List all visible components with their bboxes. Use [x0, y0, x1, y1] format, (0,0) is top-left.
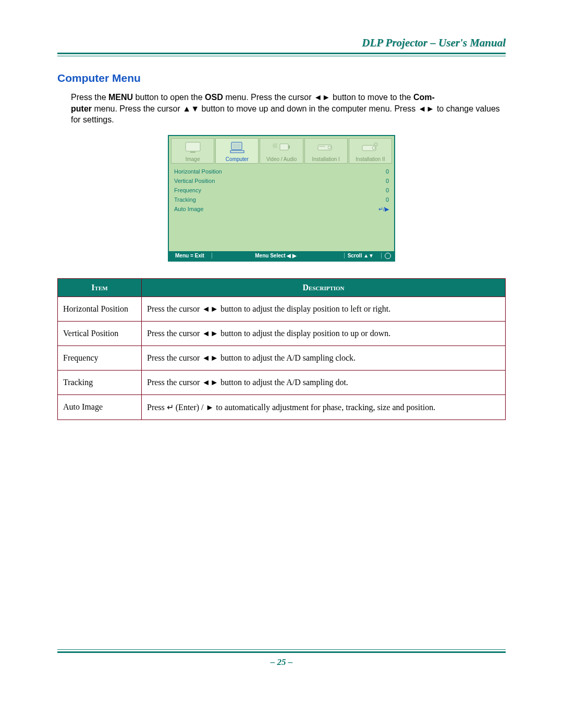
bulb-icon: [385, 253, 391, 259]
osd-row-label: Vertical Position: [174, 178, 215, 184]
table-row: Frequency Press the cursor ◄► button to …: [58, 346, 506, 370]
table-row: Auto Image Press ↵ (Enter) / ► to automa…: [58, 394, 506, 419]
svg-point-13: [374, 143, 377, 146]
section-heading: Computer Menu: [57, 72, 506, 84]
intro-text: button to open the: [133, 93, 205, 102]
td-desc: Press the cursor ◄► button to adjust the…: [142, 370, 506, 394]
osd-row-value: 0: [386, 187, 389, 193]
monitor-icon: [172, 140, 214, 155]
td-item: Tracking: [58, 370, 142, 394]
osd-row[interactable]: Tracking 0: [174, 195, 389, 204]
osd-body: Horizontal Position 0 Vertical Position …: [169, 164, 394, 251]
table-row: Horizontal Position Press the cursor ◄► …: [58, 297, 506, 321]
osd-row-label: Tracking: [174, 196, 196, 203]
kw-puter: puter: [71, 104, 92, 113]
svg-rect-4: [230, 151, 244, 153]
td-item: Horizontal Position: [58, 297, 142, 321]
osd-tab-label: Installation II: [349, 156, 391, 162]
intro-text: Press the: [71, 93, 108, 102]
svg-rect-6: [280, 144, 288, 150]
osd-tab-video-audio[interactable]: ((( Video / Audio: [260, 138, 303, 164]
svg-rect-3: [232, 143, 241, 149]
table-header-row: Item Description: [58, 278, 506, 297]
th-desc: Description: [142, 278, 506, 297]
osd-row-value: ↵/▶: [378, 206, 389, 213]
osd-row[interactable]: Vertical Position 0: [174, 176, 389, 186]
intro-paragraph: Press the MENU button to open the OSD me…: [71, 92, 506, 126]
manual-page: DLP Projector – User's Manual Computer M…: [0, 0, 563, 688]
video-audio-icon: (((: [260, 140, 302, 155]
osd-footer-select: Menu Select ◀ ▶: [212, 253, 345, 258]
osd-row-value: 0: [386, 196, 389, 203]
svg-rect-1: [190, 152, 195, 153]
description-table: Item Description Horizontal Position Pre…: [57, 278, 506, 420]
projector-gear-icon: [349, 140, 391, 155]
osd-row-label: Frequency: [174, 187, 201, 193]
footer-rule: [57, 649, 506, 653]
td-desc: Press ↵ (Enter) / ► to automatically adj…: [142, 394, 506, 419]
osd-footer: Menu = Exit Menu Select ◀ ▶ Scroll ▲▼: [169, 251, 394, 261]
osd-footer-scroll: Scroll ▲▼: [345, 253, 382, 258]
kw-osd: OSD: [205, 93, 223, 102]
osd-row-label: Horizontal Position: [174, 168, 222, 175]
osd-row-value: 0: [386, 168, 389, 175]
td-item: Vertical Position: [58, 321, 142, 346]
intro-text: menu. Press the cursor ▲▼ button to move…: [71, 104, 500, 125]
td-item: Auto Image: [58, 394, 142, 419]
table-row: Vertical Position Press the cursor ◄► bu…: [58, 321, 506, 346]
td-item: Frequency: [58, 346, 142, 370]
osd-tab-image[interactable]: Image: [171, 138, 214, 164]
th-item: Item: [58, 278, 142, 297]
svg-point-9: [328, 146, 331, 149]
osd-row-label: Auto Image: [174, 206, 203, 213]
kw-menu: MENU: [108, 93, 133, 102]
svg-rect-7: [288, 145, 290, 149]
osd-tab-computer[interactable]: Computer: [215, 138, 259, 164]
intro-text: menu. Press the cursor ◄► button to move…: [223, 93, 413, 102]
page-number: – 25 –: [57, 657, 506, 668]
doc-title: DLP Projector – User's Manual: [57, 36, 506, 50]
osd-tab-label: Video / Audio: [260, 156, 302, 162]
osd-tabs: Image Computer ((( Video / Audio Install…: [169, 136, 394, 164]
osd-tab-label: Installation I: [305, 156, 347, 162]
osd-tab-install2[interactable]: Installation II: [349, 138, 392, 164]
projector-icon: [305, 140, 347, 155]
osd-screenshot: Image Computer ((( Video / Audio Install…: [168, 135, 395, 262]
td-desc: Press the cursor ◄► button to adjust the…: [142, 346, 506, 370]
osd-row[interactable]: Horizontal Position 0: [174, 167, 389, 176]
svg-rect-0: [186, 142, 200, 151]
header-rule: [57, 53, 506, 56]
kw-com: Com-: [413, 93, 435, 102]
computer-icon: [216, 140, 258, 155]
osd-footer-hint: [382, 253, 391, 259]
osd-tab-label: Image: [172, 156, 214, 162]
osd-tab-install1[interactable]: Installation I: [304, 138, 348, 164]
table-row: Tracking Press the cursor ◄► button to a…: [58, 370, 506, 394]
osd-row[interactable]: Frequency 0: [174, 186, 389, 195]
svg-text:(((: (((: [273, 143, 277, 148]
td-desc: Press the cursor ◄► button to adjust the…: [142, 297, 506, 321]
svg-point-12: [372, 146, 375, 150]
osd-tab-label: Computer: [216, 156, 258, 162]
osd-footer-exit: Menu = Exit: [172, 253, 212, 258]
osd-row[interactable]: Auto Image ↵/▶: [174, 204, 389, 214]
td-desc: Press the cursor ◄► button to adjust the…: [142, 321, 506, 346]
osd-row-value: 0: [386, 178, 389, 184]
